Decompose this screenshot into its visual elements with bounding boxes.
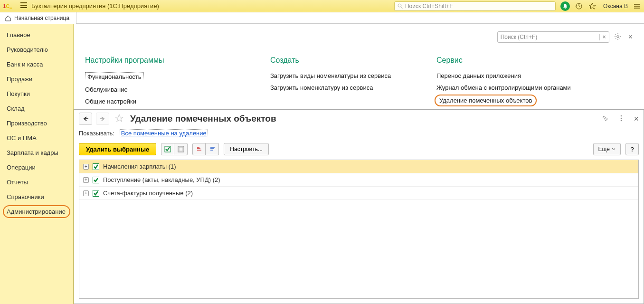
list-row[interactable]: + Начисления зарплаты (1) <box>79 160 638 173</box>
favorite-star-icon[interactable] <box>115 114 123 124</box>
global-search-input[interactable]: Поиск Ctrl+Shift+F <box>394 1 556 11</box>
row-label: Поступление (акты, накладные, УПД) (2) <box>103 176 220 183</box>
expand-icon[interactable]: + <box>83 164 89 170</box>
sidebar-item-catalogs[interactable]: Справочники <box>0 190 73 204</box>
row-checkbox[interactable] <box>93 163 99 170</box>
app-logo: 1C <box>3 2 14 10</box>
window-menu-icon[interactable] <box>633 2 641 10</box>
svg-rect-20 <box>179 147 183 151</box>
sidebar-item-assets[interactable]: ОС и НМА <box>0 131 73 145</box>
svg-point-17 <box>621 120 622 121</box>
link-exchange-journal[interactable]: Журнал обмена с контролирующими органами <box>436 84 571 91</box>
home-icon <box>5 15 11 21</box>
sidebar-item-main[interactable]: Главное <box>0 28 73 42</box>
more-menu-icon[interactable] <box>617 114 625 124</box>
svg-point-15 <box>621 115 622 116</box>
main-menu-icon[interactable] <box>20 2 28 10</box>
filter-link[interactable]: Все помеченные на удаление <box>120 129 208 137</box>
link-general-settings[interactable]: Общие настройки <box>85 98 242 105</box>
link-load-nomenclature[interactable]: Загрузить номенклатуру из сервиса <box>270 84 408 91</box>
filter-label: Показывать: <box>79 130 114 137</box>
window-close-icon[interactable]: × <box>634 114 639 124</box>
delete-marked-window: Удаление помеченных объектов × Показыват… <box>74 109 644 304</box>
app-title: Бухгалтерия предприятия (1С:Предприятие) <box>31 2 159 10</box>
window-title: Удаление помеченных объектов <box>130 114 276 124</box>
link-transfer-data[interactable]: Перенос данных приложения <box>436 72 571 79</box>
svg-point-12 <box>616 35 618 37</box>
col-create-title: Создать <box>270 56 408 65</box>
chevron-down-icon <box>612 148 616 151</box>
sort-asc-button[interactable] <box>192 143 206 155</box>
link-icon[interactable] <box>601 114 609 124</box>
sidebar-item-bank[interactable]: Банк и касса <box>0 57 73 72</box>
objects-list: + Начисления зарплаты (1) + Поступление … <box>79 160 639 299</box>
svg-point-5 <box>398 4 401 7</box>
more-button-label: Еще <box>598 146 610 152</box>
link-functionality[interactable]: Функциональность <box>85 72 144 81</box>
more-button[interactable]: Еще <box>593 143 621 155</box>
history-icon[interactable] <box>575 2 583 10</box>
favorites-icon[interactable] <box>588 2 597 10</box>
panel-search-input[interactable]: Поиск (Ctrl+F) × <box>497 31 609 43</box>
sidebar-item-salary[interactable]: Зарплата и кадры <box>0 145 73 160</box>
link-maintenance[interactable]: Обслуживание <box>85 86 242 93</box>
nav-forward-button <box>96 113 109 125</box>
sidebar-item-sales[interactable]: Продажи <box>0 72 73 86</box>
user-name[interactable]: Оксана В <box>603 3 628 10</box>
delete-selected-button[interactable]: Удалить выбранные <box>79 143 156 155</box>
uncheck-all-button[interactable] <box>174 143 188 155</box>
svg-point-16 <box>621 117 622 119</box>
expand-icon[interactable]: + <box>83 177 89 183</box>
col-settings-title: Настройки программы <box>85 56 242 65</box>
col-service-title: Сервис <box>436 56 571 65</box>
svg-text:C: C <box>6 4 9 9</box>
nav-back-button[interactable] <box>79 113 92 125</box>
sidebar-item-reports[interactable]: Отчеты <box>0 175 73 190</box>
row-checkbox[interactable] <box>93 177 99 183</box>
panel-settings-icon[interactable] <box>614 33 622 42</box>
configure-button[interactable]: Настроить... <box>224 143 269 155</box>
list-row[interactable]: + Счета-фактуры полученные (2) <box>79 187 638 200</box>
notifications-icon[interactable] <box>560 1 570 11</box>
search-placeholder: Поиск Ctrl+Shift+F <box>405 3 453 10</box>
sort-desc-button[interactable] <box>206 143 219 155</box>
svg-point-7 <box>565 8 566 9</box>
sidebar: Главное Руководителю Банк и касса Продаж… <box>0 24 74 304</box>
sidebar-item-operations[interactable]: Операции <box>0 160 73 175</box>
link-delete-marked[interactable]: Удаление помеченных объектов <box>436 96 535 105</box>
list-row[interactable]: + Поступление (акты, накладные, УПД) (2) <box>79 173 638 187</box>
help-button[interactable]: ? <box>625 143 639 155</box>
panel-search-clear[interactable]: × <box>599 34 606 40</box>
tab-home[interactable]: Начальная страница <box>0 12 76 24</box>
row-label: Счета-фактуры полученные (2) <box>103 190 193 197</box>
sidebar-item-warehouse[interactable]: Склад <box>0 101 73 116</box>
svg-text:1: 1 <box>3 3 6 9</box>
link-load-nomenclature-types[interactable]: Загрузить виды номенклатуры из сервиса <box>270 72 408 79</box>
row-label: Начисления зарплаты (1) <box>103 163 176 170</box>
sidebar-item-manager[interactable]: Руководителю <box>0 42 73 57</box>
svg-line-6 <box>401 7 402 8</box>
sidebar-item-production[interactable]: Производство <box>0 116 73 131</box>
panel-close-icon[interactable]: × <box>628 33 633 41</box>
sidebar-item-purchases[interactable]: Покупки <box>0 86 73 101</box>
expand-icon[interactable]: + <box>83 190 89 196</box>
check-all-button[interactable] <box>161 143 174 155</box>
sidebar-item-admin[interactable]: Администрирование <box>0 204 73 219</box>
row-checkbox[interactable] <box>93 190 99 197</box>
tab-home-label: Начальная страница <box>14 15 69 21</box>
panel-search-placeholder: Поиск (Ctrl+F) <box>501 34 538 40</box>
search-icon <box>398 3 403 9</box>
